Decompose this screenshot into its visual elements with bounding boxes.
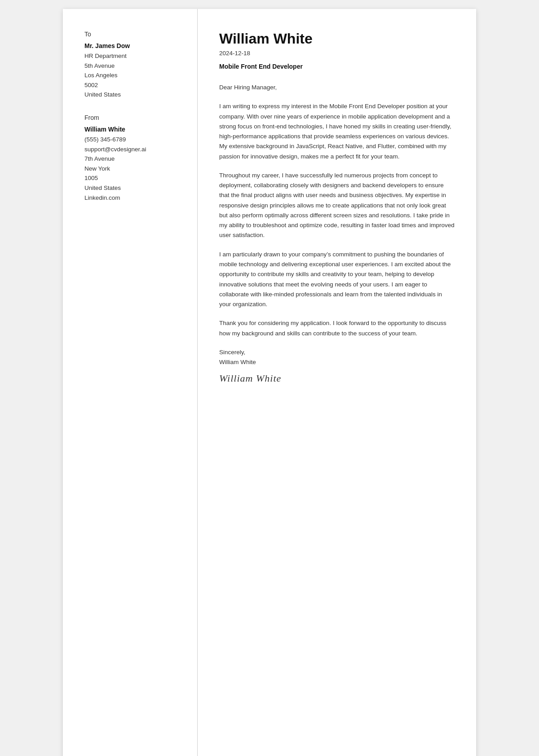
recipient-block: Mr. James Dow HR Department 5th Avenue L… <box>84 42 179 100</box>
paragraph-1: I am writing to express my interest in t… <box>219 101 455 162</box>
sender-street: 7th Avenue <box>84 154 179 164</box>
letter-body: Dear Hiring Manager, I am writing to exp… <box>219 83 455 338</box>
to-section: To Mr. James Dow HR Department 5th Avenu… <box>84 31 179 100</box>
paragraph-2: Throughout my career, I have successfull… <box>219 171 455 241</box>
sender-zip: 1005 <box>84 173 179 183</box>
paragraph-4: Thank you for considering my application… <box>219 318 455 338</box>
recipient-name: Mr. James Dow <box>84 42 179 49</box>
applicant-name: William White <box>219 31 455 47</box>
closing-word: Sincerely, <box>219 347 455 357</box>
closing-section: Sincerely, William White William White <box>219 347 455 385</box>
from-label: From <box>84 114 179 121</box>
sender-block: William White (555) 345-6789 support@cvd… <box>84 126 179 202</box>
sender-country: United States <box>84 183 179 193</box>
right-column: William White 2024-12-18 Mobile Front En… <box>198 9 476 756</box>
sender-city: New York <box>84 164 179 174</box>
sender-linkedin: Linkedin.com <box>84 193 179 203</box>
recipient-line3: Los Angeles <box>84 70 179 80</box>
recipient-line1: HR Department <box>84 51 179 61</box>
letter-date: 2024-12-18 <box>219 50 455 57</box>
sender-email: support@cvdesigner.ai <box>84 145 179 154</box>
paragraph-3: I am particularly drawn to your company’… <box>219 250 455 310</box>
to-label: To <box>84 31 179 38</box>
sender-phone: (555) 345-6789 <box>84 135 179 145</box>
signature: William White <box>219 373 455 384</box>
left-column: To Mr. James Dow HR Department 5th Avenu… <box>63 9 198 756</box>
closing-name: William White <box>219 357 455 367</box>
sender-name: William White <box>84 126 179 133</box>
recipient-line4: 5002 <box>84 80 179 90</box>
recipient-line5: United States <box>84 90 179 100</box>
job-title: Mobile Front End Developer <box>219 63 455 70</box>
recipient-line2: 5th Avenue <box>84 61 179 71</box>
cover-letter-page: To Mr. James Dow HR Department 5th Avenu… <box>63 9 476 756</box>
from-section: From William White (555) 345-6789 suppor… <box>84 114 179 202</box>
salutation: Dear Hiring Manager, <box>219 83 455 92</box>
